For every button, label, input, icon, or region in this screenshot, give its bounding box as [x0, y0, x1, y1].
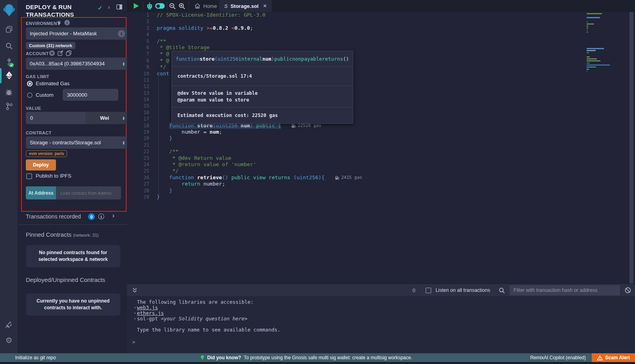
code-line-21[interactable]: 21: [127, 142, 630, 148]
debugger-bug-icon: [5, 88, 13, 96]
close-tab-icon[interactable]: ✕: [263, 3, 267, 9]
terminal-content[interactable]: The following libraries are accessible:•…: [127, 296, 635, 353]
code-line-23[interactable]: 23 * @dev Return value: [127, 155, 630, 161]
clear-terminal-icon[interactable]: [625, 287, 631, 293]
environment-plug-icon[interactable]: [57, 20, 62, 25]
code-line-28[interactable]: 28 }: [127, 188, 630, 194]
tab-home[interactable]: Home: [190, 0, 222, 12]
code-line-1[interactable]: 1// SPDX-License-Identifier: GPL-3.0: [127, 12, 630, 18]
git-init-action[interactable]: Initialize as git repo: [15, 355, 56, 360]
svg-text:i: i: [101, 215, 102, 219]
contract-select[interactable]: Storage - contracts/Storage.sol ▲▼: [26, 136, 129, 149]
code-token: // SPDX-License-Identifier: GPL-3.0: [157, 12, 266, 18]
terminal-link[interactable]: web3.js: [137, 305, 158, 310]
tab-home-label: Home: [203, 3, 217, 9]
at-address-button[interactable]: At Address: [26, 186, 56, 199]
estimated-gas-radio[interactable]: [27, 81, 33, 86]
code-token: [266, 174, 269, 181]
code-token: retrieve: [197, 174, 222, 181]
sidebar-item-file-explorer[interactable]: [0, 21, 18, 37]
tooltip-gas: Estimated execution cost: 22520 gas: [172, 107, 353, 123]
lightbulb-icon: [200, 355, 204, 360]
line-number: 20: [127, 135, 149, 142]
deploy-button[interactable]: Deploy: [26, 159, 56, 171]
sidebar-item-git[interactable]: [0, 98, 18, 114]
code-text: * @return value of 'number': [149, 161, 256, 168]
minimap-bar: [587, 60, 600, 61]
code-line-24[interactable]: 24 * @return value of 'number': [127, 161, 630, 168]
divider: [18, 224, 127, 225]
edit-account-icon[interactable]: [58, 50, 63, 56]
scam-alert-label: Scam Alert: [605, 355, 630, 360]
code-line-27[interactable]: 27 return number;: [127, 181, 630, 187]
code-line-6[interactable]: 6 * @title Storage: [127, 44, 630, 51]
sidebar-item-deploy-and-run[interactable]: [0, 67, 18, 83]
scam-alert-button[interactable]: Scam Alert: [592, 353, 635, 362]
status-bar: Initialize as git repo Did you know? To …: [0, 353, 635, 362]
sidebar-item-plugin-manager[interactable]: [0, 316, 18, 332]
did-you-know-text: To prototype using the Gnosis safe multi…: [244, 355, 412, 360]
custom-gas-input[interactable]: [63, 89, 118, 101]
editor-minimap[interactable]: [587, 13, 612, 73]
bullet: •: [133, 316, 137, 322]
code-token: [228, 25, 231, 31]
code-line-2[interactable]: 2: [127, 18, 630, 25]
zoom-in-icon[interactable]: [179, 3, 185, 10]
terminal-link[interactable]: ethers.js: [137, 310, 164, 316]
code-line-20[interactable]: 20 }: [127, 135, 630, 142]
at-address-input[interactable]: [56, 186, 121, 199]
panel-chevron-icon[interactable]: ›: [108, 4, 110, 10]
code-line-3[interactable]: 3pragma solidity >=0.8.2 <0.9.0;: [127, 25, 630, 31]
transactions-expand-chevron[interactable]: ›: [112, 212, 114, 219]
code-token: [250, 174, 253, 181]
code-line-26[interactable]: 26 function retrieve() public view retur…: [127, 174, 630, 181]
terminal-collapse-icon[interactable]: [132, 287, 137, 293]
copy-account-icon[interactable]: [66, 50, 71, 56]
code-line-25[interactable]: 25 */: [127, 168, 630, 174]
minimap-bar: [587, 52, 589, 54]
tab-storage-sol[interactable]: S Storage.sol ✕: [219, 0, 272, 12]
minimap-bar: [587, 65, 610, 66]
sidebar-item-search[interactable]: [0, 38, 18, 54]
minimap-bar: [587, 21, 588, 23]
terminal-filter-input[interactable]: [510, 285, 620, 295]
remix-logo[interactable]: [0, 2, 18, 19]
sidebar-item-debugger[interactable]: [0, 84, 18, 100]
account-select[interactable]: 0xA03...85ac4 (0.398673504934 ▲▼: [26, 57, 129, 70]
code-token: public: [274, 56, 292, 62]
editor-scrollbar[interactable]: [629, 12, 633, 284]
code-token: function: [176, 56, 200, 62]
listen-transactions-checkbox[interactable]: [425, 287, 431, 293]
code-line-19[interactable]: 19 number = num;: [127, 129, 630, 135]
code-line-5[interactable]: 5/**: [127, 38, 630, 44]
line-number: 12: [127, 83, 149, 90]
value-input[interactable]: [26, 112, 85, 124]
environment-select[interactable]: Injected Provider - MetaMask ▲▼: [26, 27, 129, 40]
minimap-bar: [587, 30, 588, 31]
pin-panel-icon[interactable]: [116, 4, 122, 10]
run-script-play-button[interactable]: [134, 3, 139, 9]
did-you-know: Did you know? To prototype using the Gno…: [200, 355, 412, 360]
code-text: * @title Storage: [149, 44, 210, 51]
environment-info-icon[interactable]: i: [64, 20, 70, 25]
transactions-info-icon[interactable]: i: [98, 213, 104, 220]
chevron-updown-icon: ▲▼: [122, 116, 125, 120]
code-token: */: [157, 168, 179, 174]
sidebar-item-settings[interactable]: ⚙: [0, 332, 18, 348]
ai-copilot-robot-icon[interactable]: [146, 2, 154, 10]
zoom-out-icon[interactable]: [169, 3, 176, 10]
code-line-29[interactable]: 29}: [127, 194, 630, 200]
add-account-icon[interactable]: [49, 50, 55, 56]
terminal-search-icon[interactable]: [499, 287, 505, 293]
code-text: /**: [149, 38, 166, 44]
custom-gas-radio[interactable]: [27, 92, 33, 98]
value-unit-select[interactable]: Wei ▲▼: [85, 112, 129, 124]
copilot-toggle[interactable]: [155, 3, 165, 9]
code-line-4[interactable]: 4: [127, 31, 630, 38]
evm-version-badge: evm version: paris: [26, 150, 67, 157]
publish-ipfs-checkbox[interactable]: [26, 173, 32, 179]
code-line-22[interactable]: 22 /**: [127, 148, 630, 155]
terminal-prompt[interactable]: >: [132, 339, 135, 345]
code-token: (: [293, 174, 296, 181]
line-number: 8: [127, 57, 149, 64]
